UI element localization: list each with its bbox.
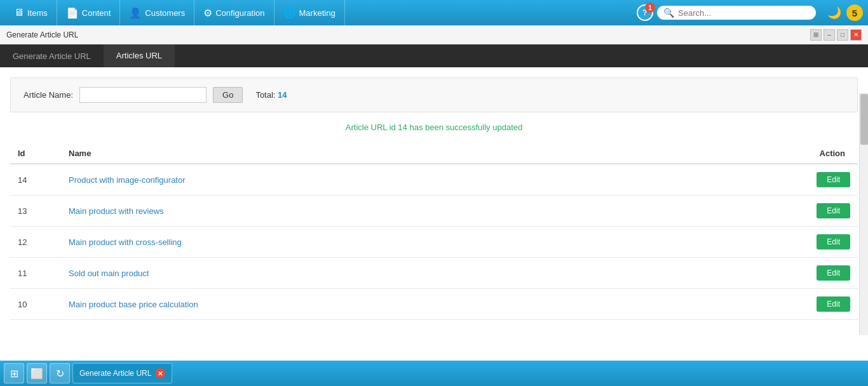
main-container: Article Name: Go Total: 14 Article URL i… <box>0 67 868 361</box>
articles-table: Id Name Action 14Product with image-conf… <box>10 143 858 320</box>
content-icon: 📄 <box>66 7 79 19</box>
window-titlebar: Generate Article URL ⊞ – □ ✕ <box>0 25 868 44</box>
cell-name: Product with image-configurator <box>61 164 794 196</box>
taskbar-app-label: Generate Article URL <box>79 369 151 378</box>
close-button[interactable]: ✕ <box>850 29 862 41</box>
filter-bar: Article Name: Go Total: 14 <box>10 77 858 112</box>
top-navigation: 🖥 Items 📄 Content 👤 Customers ⚙ Configur… <box>0 0 868 25</box>
cell-action: Edit <box>794 196 858 227</box>
cell-id: 13 <box>10 196 61 227</box>
cell-action: Edit <box>794 289 858 320</box>
table-row: 13Main product with reviewsEdit <box>10 196 858 227</box>
edit-button[interactable]: Edit <box>817 172 850 187</box>
help-button[interactable]: ? 1 <box>637 4 653 21</box>
maximize-button[interactable]: □ <box>837 29 848 41</box>
cell-name: Main product with reviews <box>61 196 794 227</box>
window-controls: ⊞ – □ ✕ <box>810 29 862 41</box>
search-container: 🔍 <box>657 6 816 20</box>
page-tabs: Generate Article URL Articles URL <box>0 44 868 67</box>
cell-id: 14 <box>10 164 61 196</box>
marketing-icon: 🌐 <box>283 7 296 19</box>
search-input[interactable] <box>678 8 810 18</box>
table-row: 12Main product with cross-sellingEdit <box>10 227 858 258</box>
edit-button[interactable]: Edit <box>817 265 850 281</box>
nav-content[interactable]: 📄 Content <box>57 0 121 25</box>
search-icon: 🔍 <box>663 8 674 18</box>
cell-id: 12 <box>10 227 61 258</box>
nav-right-icons: 🌙 5 <box>825 4 863 21</box>
edit-button[interactable]: Edit <box>817 234 850 250</box>
scrollbar-thumb[interactable] <box>860 94 868 145</box>
items-icon: 🖥 <box>14 7 24 18</box>
taskbar-app-generate-article[interactable]: Generate Article URL ✕ <box>72 363 172 383</box>
restore-button[interactable]: ⊞ <box>810 29 822 41</box>
bottom-taskbar: ⊞ ⬜ ↻ Generate Article URL ✕ <box>0 361 868 386</box>
cell-action: Edit <box>794 227 858 258</box>
table-row: 14Product with image-configuratorEdit <box>10 164 858 196</box>
taskbar-reload-button[interactable]: ↻ <box>50 363 70 383</box>
article-name-input[interactable] <box>79 87 207 103</box>
taskbar-windows-button[interactable]: ⬜ <box>27 363 47 383</box>
scrollbar-track[interactable] <box>859 93 868 335</box>
col-header-name: Name <box>61 143 794 164</box>
nav-configuration[interactable]: ⚙ Configuration <box>194 0 274 25</box>
moon-icon[interactable]: 🌙 <box>825 4 844 21</box>
taskbar-home-button[interactable]: ⊞ <box>4 363 24 383</box>
taskbar-app-close-icon[interactable]: ✕ <box>155 368 165 378</box>
table-row: 11Sold out main productEdit <box>10 258 858 289</box>
cell-name: Sold out main product <box>61 258 794 289</box>
tab-articles-url[interactable]: Articles URL <box>104 44 175 67</box>
col-header-action: Action <box>794 143 858 164</box>
col-header-id: Id <box>10 143 61 164</box>
table-row: 10Main product base price calculationEdi… <box>10 289 858 320</box>
article-name-label: Article Name: <box>24 90 73 100</box>
edit-button[interactable]: Edit <box>817 203 850 218</box>
nav-right-area: ? 1 🔍 🌙 5 <box>637 4 863 21</box>
cell-id: 10 <box>10 289 61 320</box>
customers-icon: 👤 <box>129 7 142 19</box>
counter-badge: 5 <box>846 4 863 21</box>
window-title: Generate Article URL <box>6 30 810 39</box>
reload-icon: ↻ <box>56 368 64 380</box>
success-message: Article URL id 14 has been successfully … <box>10 123 858 132</box>
home-icon: ⊞ <box>10 368 18 380</box>
nav-items[interactable]: 🖥 Items <box>5 0 57 25</box>
minimize-button[interactable]: – <box>824 29 835 41</box>
nav-marketing[interactable]: 🌐 Marketing <box>275 0 345 25</box>
cell-action: Edit <box>794 258 858 289</box>
nav-customers[interactable]: 👤 Customers <box>120 0 194 25</box>
main-content: Article Name: Go Total: 14 Article URL i… <box>0 67 868 361</box>
cell-action: Edit <box>794 164 858 196</box>
cell-id: 11 <box>10 258 61 289</box>
tab-generate-article-url[interactable]: Generate Article URL <box>0 44 104 67</box>
total-label: Total: 14 <box>255 90 287 100</box>
configuration-icon: ⚙ <box>203 7 212 19</box>
cell-name: Main product with cross-selling <box>61 227 794 258</box>
table-header-row: Id Name Action <box>10 143 858 164</box>
notification-badge: 1 <box>645 3 655 13</box>
go-button[interactable]: Go <box>213 87 243 103</box>
total-count: 14 <box>278 90 287 100</box>
windows-icon: ⬜ <box>31 368 43 380</box>
edit-button[interactable]: Edit <box>817 296 850 312</box>
cell-name: Main product base price calculation <box>61 289 794 320</box>
